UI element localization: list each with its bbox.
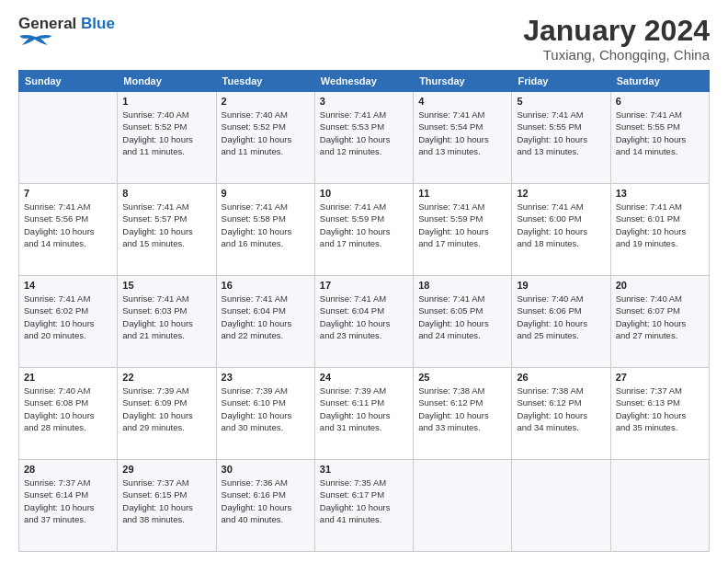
- day-number: 30: [222, 464, 310, 475]
- col-saturday: Saturday: [610, 71, 709, 92]
- table-row: 2Sunrise: 7:40 AMSunset: 5:52 PMDaylight…: [216, 92, 314, 184]
- col-sunday: Sunday: [19, 71, 118, 92]
- table-row: [19, 92, 118, 184]
- calendar-subtitle: Tuxiang, Chongqing, China: [523, 47, 710, 63]
- day-info: Sunrise: 7:41 AMSunset: 6:03 PMDaylight:…: [122, 293, 210, 341]
- table-row: [414, 460, 512, 552]
- logo-blue: Blue: [76, 15, 115, 32]
- day-number: 17: [320, 280, 408, 291]
- col-monday: Monday: [118, 71, 216, 92]
- table-row: 9Sunrise: 7:41 AMSunset: 5:58 PMDaylight…: [216, 184, 314, 276]
- table-row: 24Sunrise: 7:39 AMSunset: 6:11 PMDayligh…: [314, 368, 413, 460]
- logo-general: General: [18, 15, 76, 32]
- table-row: 18Sunrise: 7:41 AMSunset: 6:05 PMDayligh…: [414, 276, 512, 368]
- day-number: 27: [616, 372, 704, 383]
- day-info: Sunrise: 7:39 AMSunset: 6:09 PMDaylight:…: [122, 385, 210, 433]
- day-number: 3: [320, 96, 408, 107]
- table-row: 13Sunrise: 7:41 AMSunset: 6:01 PMDayligh…: [610, 184, 709, 276]
- day-number: 1: [122, 96, 210, 107]
- table-row: [512, 460, 610, 552]
- day-info: Sunrise: 7:40 AMSunset: 5:52 PMDaylight:…: [122, 109, 210, 157]
- day-info: Sunrise: 7:37 AMSunset: 6:14 PMDaylight:…: [24, 477, 112, 525]
- day-info: Sunrise: 7:41 AMSunset: 5:58 PMDaylight:…: [222, 201, 310, 249]
- day-number: 6: [616, 96, 704, 107]
- day-info: Sunrise: 7:41 AMSunset: 6:01 PMDaylight:…: [616, 201, 704, 249]
- table-row: 11Sunrise: 7:41 AMSunset: 5:59 PMDayligh…: [414, 184, 512, 276]
- day-number: 2: [222, 96, 310, 107]
- day-number: 5: [517, 96, 605, 107]
- day-info: Sunrise: 7:37 AMSunset: 6:15 PMDaylight:…: [122, 477, 210, 525]
- table-row: 26Sunrise: 7:38 AMSunset: 6:12 PMDayligh…: [512, 368, 610, 460]
- day-number: 21: [24, 372, 112, 383]
- day-info: Sunrise: 7:41 AMSunset: 6:04 PMDaylight:…: [320, 293, 408, 341]
- calendar-week-row: 1Sunrise: 7:40 AMSunset: 5:52 PMDaylight…: [19, 92, 710, 184]
- day-number: 9: [222, 188, 310, 199]
- table-row: 4Sunrise: 7:41 AMSunset: 5:54 PMDaylight…: [414, 92, 512, 184]
- day-number: 22: [122, 372, 210, 383]
- table-row: 22Sunrise: 7:39 AMSunset: 6:09 PMDayligh…: [118, 368, 216, 460]
- table-row: 8Sunrise: 7:41 AMSunset: 5:57 PMDaylight…: [118, 184, 216, 276]
- day-info: Sunrise: 7:38 AMSunset: 6:12 PMDaylight:…: [517, 385, 605, 433]
- day-info: Sunrise: 7:41 AMSunset: 5:59 PMDaylight:…: [320, 201, 408, 249]
- day-number: 25: [418, 372, 506, 383]
- day-info: Sunrise: 7:39 AMSunset: 6:11 PMDaylight:…: [320, 385, 408, 433]
- title-block: January 2024 Tuxiang, Chongqing, China: [523, 15, 710, 63]
- table-row: 28Sunrise: 7:37 AMSunset: 6:14 PMDayligh…: [19, 460, 118, 552]
- table-row: 31Sunrise: 7:35 AMSunset: 6:17 PMDayligh…: [314, 460, 413, 552]
- day-number: 24: [320, 372, 408, 383]
- day-info: Sunrise: 7:41 AMSunset: 6:05 PMDaylight:…: [418, 293, 506, 341]
- day-number: 23: [222, 372, 310, 383]
- calendar-header-row: Sunday Monday Tuesday Wednesday Thursday…: [19, 71, 710, 92]
- day-number: 11: [418, 188, 506, 199]
- day-info: Sunrise: 7:41 AMSunset: 5:55 PMDaylight:…: [517, 109, 605, 157]
- day-number: 4: [418, 96, 506, 107]
- day-info: Sunrise: 7:41 AMSunset: 5:57 PMDaylight:…: [122, 201, 210, 249]
- calendar-week-row: 28Sunrise: 7:37 AMSunset: 6:14 PMDayligh…: [19, 460, 710, 552]
- calendar-table: Sunday Monday Tuesday Wednesday Thursday…: [18, 70, 710, 552]
- table-row: 27Sunrise: 7:37 AMSunset: 6:13 PMDayligh…: [610, 368, 709, 460]
- day-info: Sunrise: 7:41 AMSunset: 6:00 PMDaylight:…: [517, 201, 605, 249]
- day-info: Sunrise: 7:40 AMSunset: 6:08 PMDaylight:…: [24, 385, 112, 433]
- day-number: 20: [616, 280, 704, 291]
- day-info: Sunrise: 7:40 AMSunset: 5:52 PMDaylight:…: [222, 109, 310, 157]
- table-row: 14Sunrise: 7:41 AMSunset: 6:02 PMDayligh…: [19, 276, 118, 368]
- table-row: 19Sunrise: 7:40 AMSunset: 6:06 PMDayligh…: [512, 276, 610, 368]
- day-number: 8: [122, 188, 210, 199]
- day-info: Sunrise: 7:38 AMSunset: 6:12 PMDaylight:…: [418, 385, 506, 433]
- day-number: 12: [517, 188, 605, 199]
- table-row: 16Sunrise: 7:41 AMSunset: 6:04 PMDayligh…: [216, 276, 314, 368]
- day-number: 15: [122, 280, 210, 291]
- table-row: 5Sunrise: 7:41 AMSunset: 5:55 PMDaylight…: [512, 92, 610, 184]
- day-number: 18: [418, 280, 506, 291]
- logo-icon: [18, 33, 53, 48]
- day-info: Sunrise: 7:40 AMSunset: 6:06 PMDaylight:…: [517, 293, 605, 341]
- table-row: 1Sunrise: 7:40 AMSunset: 5:52 PMDaylight…: [118, 92, 216, 184]
- day-number: 28: [24, 464, 112, 475]
- day-number: 29: [122, 464, 210, 475]
- day-info: Sunrise: 7:41 AMSunset: 6:04 PMDaylight:…: [222, 293, 310, 341]
- day-info: Sunrise: 7:40 AMSunset: 6:07 PMDaylight:…: [616, 293, 704, 341]
- col-thursday: Thursday: [414, 71, 512, 92]
- calendar-week-row: 7Sunrise: 7:41 AMSunset: 5:56 PMDaylight…: [19, 184, 710, 276]
- table-row: 30Sunrise: 7:36 AMSunset: 6:16 PMDayligh…: [216, 460, 314, 552]
- day-info: Sunrise: 7:35 AMSunset: 6:17 PMDaylight:…: [320, 477, 408, 525]
- header: General Blue January 2024 Tuxiang, Chong…: [18, 15, 710, 63]
- day-number: 31: [320, 464, 408, 475]
- day-number: 13: [616, 188, 704, 199]
- day-info: Sunrise: 7:36 AMSunset: 6:16 PMDaylight:…: [222, 477, 310, 525]
- day-info: Sunrise: 7:37 AMSunset: 6:13 PMDaylight:…: [616, 385, 704, 433]
- day-number: 14: [24, 280, 112, 291]
- day-info: Sunrise: 7:41 AMSunset: 5:53 PMDaylight:…: [320, 109, 408, 157]
- table-row: 6Sunrise: 7:41 AMSunset: 5:55 PMDaylight…: [610, 92, 709, 184]
- day-number: 7: [24, 188, 112, 199]
- table-row: 10Sunrise: 7:41 AMSunset: 5:59 PMDayligh…: [314, 184, 413, 276]
- table-row: 23Sunrise: 7:39 AMSunset: 6:10 PMDayligh…: [216, 368, 314, 460]
- table-row: 20Sunrise: 7:40 AMSunset: 6:07 PMDayligh…: [610, 276, 709, 368]
- logo: General Blue: [18, 15, 115, 52]
- calendar-title: January 2024: [523, 15, 710, 47]
- table-row: 12Sunrise: 7:41 AMSunset: 6:00 PMDayligh…: [512, 184, 610, 276]
- calendar-week-row: 21Sunrise: 7:40 AMSunset: 6:08 PMDayligh…: [19, 368, 710, 460]
- calendar-page: General Blue January 2024 Tuxiang, Chong…: [0, 0, 728, 563]
- table-row: 17Sunrise: 7:41 AMSunset: 6:04 PMDayligh…: [314, 276, 413, 368]
- day-info: Sunrise: 7:41 AMSunset: 5:55 PMDaylight:…: [616, 109, 704, 157]
